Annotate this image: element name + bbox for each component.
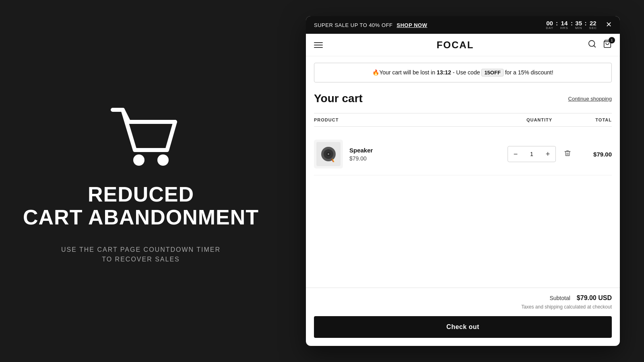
urgency-countdown: 13:12: [437, 69, 451, 76]
cart-title: Your cart: [314, 92, 363, 105]
shop-now-link[interactable]: SHOP NOW: [397, 22, 427, 28]
announcement-bar: SUPER SALE UP TO 40% OFF SHOP NOW 00 DAY…: [306, 16, 620, 34]
quantity-value: 1: [523, 151, 540, 157]
hamburger-icon[interactable]: [314, 42, 323, 48]
col-total-header: TOTAL: [572, 117, 612, 122]
item-image: [314, 140, 343, 169]
continue-shopping-link[interactable]: Continue shopping: [568, 96, 612, 102]
left-title: REDUCED CART ABANDONMENT: [23, 183, 259, 229]
quantity-control: − 1 +: [508, 146, 556, 162]
item-price: $79.00: [349, 155, 507, 162]
urgency-text-before: 🔥Your cart will be lost in: [372, 69, 437, 76]
left-text-block: REDUCED CART ABANDONMENT USE THE CART PA…: [23, 183, 259, 264]
item-name: Speaker: [349, 147, 507, 154]
svg-line-3: [594, 45, 595, 47]
urgency-text-middle: - Use code: [451, 69, 481, 76]
timer-hours: 14 HRS: [560, 20, 568, 30]
checkout-button[interactable]: Check out: [314, 316, 612, 338]
hamburger-line-2: [314, 45, 323, 45]
item-details: Speaker $79.00: [349, 147, 507, 162]
col-product-header: PRODUCT: [314, 117, 507, 122]
announcement-text: SUPER SALE UP TO 40% OFF SHOP NOW: [314, 22, 427, 28]
col-quantity-header: QUANTITY: [507, 117, 572, 122]
right-panel: SUPER SALE UP TO 40% OFF SHOP NOW 00 DAY…: [282, 0, 644, 362]
timer-sep1: :: [556, 20, 558, 26]
cart-badge: 1: [609, 37, 615, 43]
timer-minutes: 35 MIN: [575, 20, 582, 30]
navbar: FOCAL 1: [306, 34, 620, 56]
svg-point-9: [328, 153, 329, 155]
timer-seconds: 22 SEC: [589, 20, 597, 30]
browser-window: SUPER SALE UP TO 40% OFF SHOP NOW 00 DAY…: [306, 16, 620, 346]
cart-item: Speaker $79.00 − 1 + $79.00: [314, 133, 612, 175]
countdown-timer: 00 DAY : 14 HRS : 35 MIN : 22 SEC ✕: [546, 20, 612, 30]
announcement-close-btn[interactable]: ✕: [606, 20, 612, 29]
urgency-text-after: for a 15% discount!: [504, 69, 553, 76]
item-total: $79.00: [572, 151, 612, 158]
cart-columns: PRODUCT QUANTITY TOTAL: [314, 113, 612, 127]
subtotal-row: Subtotal $79.00 USD: [314, 294, 612, 302]
left-subtitle: USE THE CART PAGE COUNTDOWN TIMERTO RECO…: [23, 245, 259, 264]
timer-sep2: :: [571, 20, 573, 26]
store-logo: FOCAL: [437, 39, 474, 51]
subtotal-value: $79.00 USD: [577, 294, 612, 302]
subtotal-label: Subtotal: [549, 295, 570, 301]
timer-days: 00 DAY: [546, 20, 553, 30]
hamburger-line-3: [314, 47, 323, 48]
cart-nav-icon[interactable]: 1: [603, 39, 612, 50]
nav-icons: 1: [588, 39, 612, 50]
cart-content: Your cart Continue shopping PRODUCT QUAN…: [306, 86, 620, 288]
cart-icon: [101, 98, 181, 170]
cart-header: Your cart Continue shopping: [314, 92, 612, 105]
svg-point-0: [133, 154, 144, 166]
quantity-decrease-btn[interactable]: −: [508, 146, 523, 162]
quantity-increase-btn[interactable]: +: [540, 146, 555, 162]
tax-note: Taxes and shipping calculated at checkou…: [314, 304, 612, 310]
hamburger-line-1: [314, 42, 323, 43]
urgency-banner: 🔥Your cart will be lost in 13:12 - Use c…: [314, 63, 612, 82]
urgency-code: 15OFF: [481, 69, 503, 76]
timer-sep3: :: [585, 20, 587, 26]
sale-text: SUPER SALE UP TO 40% OFF: [314, 22, 393, 28]
search-icon[interactable]: [588, 39, 597, 50]
quantity-wrapper: − 1 +: [507, 146, 572, 162]
delete-item-btn[interactable]: [564, 150, 571, 159]
svg-point-1: [157, 154, 169, 166]
left-panel: REDUCED CART ABANDONMENT USE THE CART PA…: [0, 0, 282, 362]
cart-footer: Subtotal $79.00 USD Taxes and shipping c…: [306, 288, 620, 346]
